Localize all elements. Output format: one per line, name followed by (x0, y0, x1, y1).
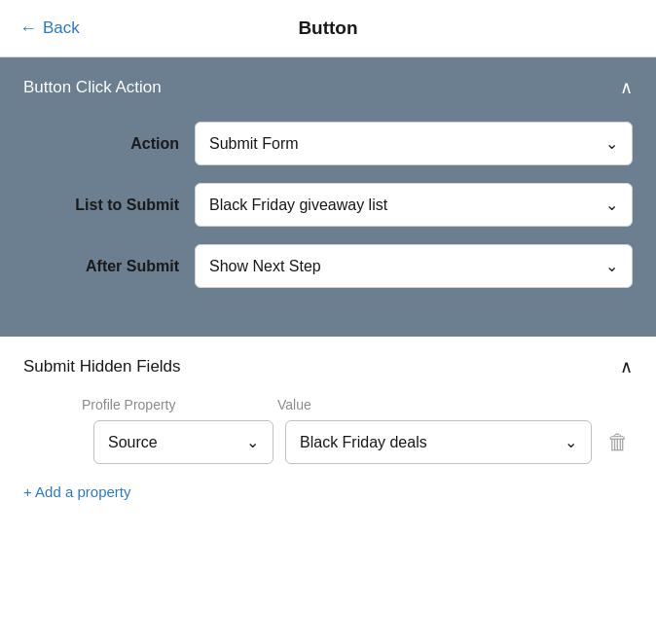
button-click-action-title: Button Click Action (23, 78, 162, 97)
list-to-submit-dropdown[interactable]: Black Friday giveaway list ⌄ (195, 183, 633, 227)
value-dropdown-value: Black Friday deals (300, 434, 427, 451)
back-arrow-icon: ← (19, 18, 37, 39)
page-title: Button (298, 18, 357, 39)
hidden-fields-column-labels: Profile Property Value (23, 397, 633, 412)
submit-hidden-fields-title: Submit Hidden Fields (23, 357, 181, 376)
after-submit-field-row: After Submit Show Next Step ⌄ (23, 244, 633, 288)
after-submit-dropdown[interactable]: Show Next Step ⌄ (195, 244, 633, 288)
action-dropdown[interactable]: Submit Form ⌄ (195, 122, 633, 165)
property-dropdown[interactable]: Source ⌄ (93, 420, 273, 464)
collapse-submit-hidden-fields-icon[interactable]: ∧ (620, 356, 633, 377)
list-to-submit-dropdown-icon: ⌄ (605, 196, 618, 214)
value-dropdown[interactable]: Black Friday deals ⌄ (285, 420, 592, 464)
after-submit-dropdown-value: Show Next Step (209, 258, 321, 275)
action-dropdown-icon: ⌄ (605, 134, 618, 153)
list-to-submit-label: List to Submit (23, 197, 179, 214)
header: ← Back Button (0, 0, 656, 57)
property-dropdown-icon: ⌄ (246, 433, 259, 451)
list-to-submit-dropdown-value: Black Friday giveaway list (209, 197, 387, 214)
value-column-label: Value (277, 397, 311, 412)
button-click-action-section: Button Click Action ∧ Action Submit Form… (0, 57, 656, 337)
add-property-button[interactable]: + Add a property (23, 480, 131, 504)
hidden-fields-input-row: Source ⌄ Black Friday deals ⌄ 🗑 (23, 420, 633, 464)
list-to-submit-field-row: List to Submit Black Friday giveaway lis… (23, 183, 633, 227)
action-field-row: Action Submit Form ⌄ (23, 122, 633, 165)
button-click-action-header: Button Click Action ∧ (23, 77, 633, 98)
back-button[interactable]: ← Back (19, 18, 80, 39)
action-dropdown-value: Submit Form (209, 135, 299, 153)
submit-hidden-fields-section: Submit Hidden Fields ∧ Profile Property … (0, 337, 656, 520)
after-submit-label: After Submit (23, 258, 179, 275)
collapse-button-click-action-icon[interactable]: ∧ (620, 77, 633, 98)
submit-hidden-fields-header: Submit Hidden Fields ∧ (23, 356, 633, 377)
profile-property-column-label: Profile Property (82, 397, 262, 412)
value-dropdown-icon: ⌄ (565, 433, 577, 451)
delete-property-button[interactable]: 🗑 (603, 426, 633, 459)
back-label: Back (43, 18, 80, 38)
action-label: Action (23, 135, 179, 153)
after-submit-dropdown-icon: ⌄ (605, 257, 618, 275)
property-dropdown-value: Source (108, 434, 158, 451)
